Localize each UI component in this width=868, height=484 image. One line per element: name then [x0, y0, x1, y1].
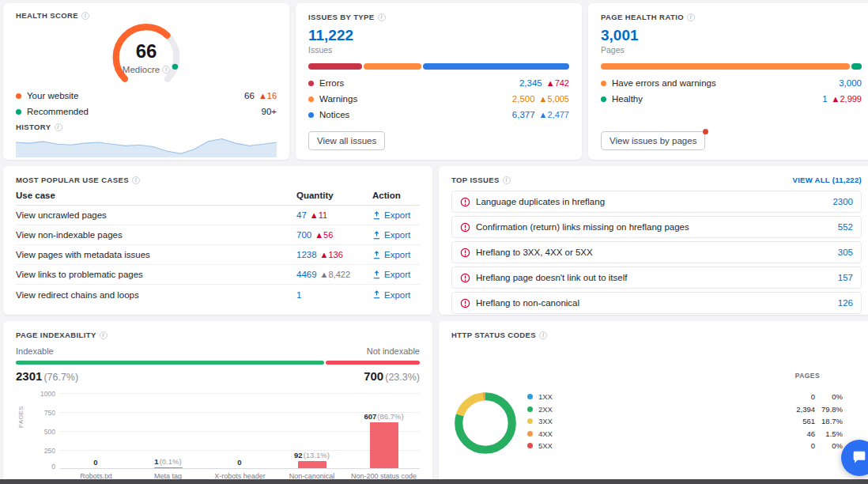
indexable-pct: (76.7%)	[43, 372, 78, 383]
issue-count[interactable]: 2300	[832, 197, 853, 206]
issue-label: Hreflang page doesn't link out to itself	[476, 273, 627, 282]
export-action[interactable]: Export	[372, 250, 420, 259]
error-icon	[460, 248, 470, 258]
bar-pct: (13.1%)	[304, 451, 330, 459]
legend-delta: ▲2,999	[832, 94, 862, 104]
bar-segment[interactable]	[16, 361, 324, 365]
top-issue-row[interactable]: Hreflang to non-canonical 126	[451, 292, 862, 314]
info-icon[interactable]	[687, 13, 695, 21]
info-icon[interactable]	[132, 176, 140, 184]
bar[interactable]	[154, 467, 183, 469]
view-all-issues-wrap: View all issues	[308, 131, 385, 150]
top-issue-row[interactable]: Language duplicates in hreflang 2300	[451, 191, 862, 213]
bar-segment[interactable]	[851, 63, 862, 70]
info-icon[interactable]	[503, 176, 511, 184]
top-issue-row[interactable]: Hreflang page doesn't link out to itself…	[451, 267, 862, 289]
issue-label: Confirmation (return) links missing on h…	[476, 222, 689, 232]
bar-value-label: 0	[237, 458, 242, 467]
history-title: HISTORY	[16, 123, 51, 131]
view-all-link[interactable]: VIEW ALL (11,222)	[793, 176, 862, 184]
export-action[interactable]: Export	[372, 230, 420, 240]
status-legend-row: 4XX 46 1.5%	[527, 428, 843, 441]
top-issue-row[interactable]: Hreflang to 3XX, 4XX or 5XX 305	[451, 241, 862, 263]
legend-label: Have errors and warnings	[612, 78, 716, 88]
export-action[interactable]: Export	[372, 270, 420, 279]
view-all-issues-button[interactable]: View all issues	[308, 131, 385, 150]
info-icon[interactable]	[539, 331, 547, 339]
info-icon[interactable]	[100, 331, 108, 339]
use-case-label[interactable]: View redirect chains and loops	[16, 290, 296, 300]
page-health-total[interactable]: 3,001	[601, 27, 862, 44]
indexability-bar-chart: PAGES 1000 750 500 250 0 0	[16, 393, 420, 469]
y-tick: 0	[51, 463, 55, 471]
export-icon	[372, 270, 381, 279]
quantity-delta: ▲8,422	[320, 270, 350, 279]
quantity-delta: ▲136	[320, 250, 343, 259]
use-case-label[interactable]: View uncrawled pages	[16, 210, 296, 220]
use-cases-title: MOST POPULAR USE CASES	[16, 176, 129, 184]
y-axis-ticks: 1000 750 500 250 0	[40, 393, 60, 469]
http-status-donut-chart[interactable]	[450, 388, 521, 462]
bar-value-label: 92(13.1%)	[294, 451, 330, 459]
quantity-value[interactable]: 1238	[296, 250, 317, 259]
issues-total[interactable]: 11,222	[308, 27, 569, 44]
legend-value: 90+	[261, 107, 277, 116]
top-issue-row[interactable]: Confirmation (return) links missing on h…	[451, 216, 862, 238]
info-icon[interactable]	[55, 123, 62, 131]
info-icon[interactable]	[162, 66, 170, 74]
bar-segment[interactable]	[423, 63, 569, 70]
top-issues-header: TOP ISSUES VIEW ALL (11,222)	[451, 176, 862, 184]
indexable-count[interactable]: 2301(76.7%)	[16, 369, 78, 384]
issue-count[interactable]: 305	[838, 248, 853, 257]
bar-segment[interactable]	[601, 63, 850, 70]
issue-count[interactable]: 552	[838, 222, 853, 232]
legend-value[interactable]: 2,500	[512, 94, 535, 104]
legend-value[interactable]: 6,377	[512, 110, 535, 119]
use-cases-card: MOST POPULAR USE CASES Use case Quantity…	[3, 166, 432, 315]
legend-value[interactable]: 3,000	[839, 78, 862, 88]
view-issues-by-pages-button[interactable]: View issues by pages	[601, 131, 705, 150]
quantity-value[interactable]: 700	[296, 230, 311, 240]
http-status-title-row: HTTP STATUS CODES	[451, 331, 862, 339]
health-score-gauge: 66 Mediocre	[16, 20, 277, 88]
export-action[interactable]: Export	[372, 210, 420, 220]
bar-segment[interactable]	[308, 63, 362, 70]
not-indexable-count[interactable]: 700(23.3%)	[364, 369, 420, 384]
table-row: View non-indexable pages 700▲56 Export	[16, 225, 420, 245]
quantity-value[interactable]: 1	[296, 290, 301, 300]
bar-value: 607	[364, 412, 376, 421]
bar[interactable]	[370, 422, 398, 468]
bar-segment[interactable]	[326, 361, 420, 365]
use-case-label[interactable]: View pages with metadata issues	[16, 250, 296, 259]
use-case-label[interactable]: View links to problematic pages	[16, 270, 296, 279]
legend-value[interactable]: 1	[822, 94, 827, 104]
top-issues-title: TOP ISSUES	[451, 176, 500, 184]
legend-dot	[527, 394, 533, 399]
issue-count[interactable]: 126	[838, 298, 853, 308]
status-legend-header: PAGES	[527, 372, 843, 391]
history-sparkline-chart	[16, 134, 277, 157]
indexability-numbers: 2301(76.7%) 700(23.3%)	[16, 369, 420, 384]
info-icon[interactable]	[81, 12, 89, 20]
column-action: Action	[372, 191, 420, 200]
bar[interactable]	[298, 461, 326, 468]
use-case-label[interactable]: View non-indexable pages	[16, 230, 296, 240]
quantity-value[interactable]: 4469	[296, 270, 317, 279]
bar-segment[interactable]	[364, 63, 421, 70]
legend-row-notices: Notices 6,377 ▲2,477	[308, 107, 569, 123]
legend-label: Healthy	[612, 94, 643, 104]
http-donut	[450, 388, 521, 459]
legend-value: 66	[244, 91, 255, 100]
export-action[interactable]: Export	[372, 290, 420, 300]
table-row: View pages with metadata issues 1238▲136…	[16, 245, 420, 265]
legend-value[interactable]: 2,345	[519, 78, 542, 88]
y-tick: 500	[44, 428, 55, 436]
export-label: Export	[384, 210, 410, 220]
issue-label: Language duplicates in hreflang	[476, 197, 605, 206]
issue-count[interactable]: 157	[838, 273, 853, 282]
issues-by-type-title: ISSUES BY TYPE	[308, 13, 375, 21]
plot-area: 0 1(0.1%) 0 92(13.1%)	[60, 393, 420, 469]
page-indexability-card: PAGE INDEXABILITY Indexable Not indexabl…	[3, 321, 432, 484]
info-icon[interactable]	[378, 13, 386, 21]
quantity-value[interactable]: 47	[296, 210, 307, 220]
